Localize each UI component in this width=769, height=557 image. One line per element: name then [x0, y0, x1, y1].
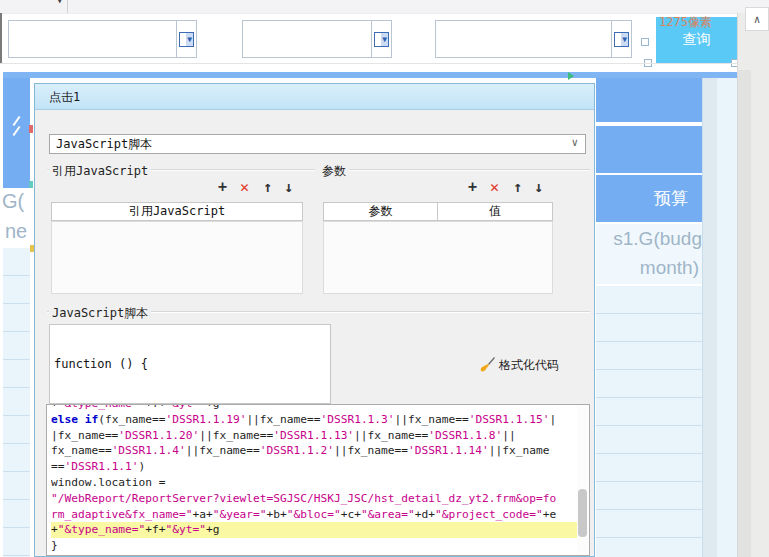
event-type-value: JavaScript脚本	[56, 136, 152, 153]
add-reference-button[interactable]: +	[218, 179, 227, 195]
top-strip	[0, 0, 769, 14]
dropdown-icon: ▼	[179, 32, 194, 47]
left-table-rows	[3, 248, 30, 557]
window-left-edge	[0, 13, 2, 63]
parameter-input-2[interactable]	[242, 20, 373, 58]
spinner-icon[interactable]: ▾	[57, 0, 62, 6]
parameter-group-label: 参数	[319, 163, 349, 180]
rotated-text-mark	[13, 116, 21, 126]
cell-marker-icon	[568, 72, 574, 80]
teal-marker	[29, 181, 33, 188]
dropdown-icon: ▼	[614, 32, 629, 47]
toolbar-divider	[0, 63, 737, 64]
dialog-titlebar[interactable]	[35, 84, 594, 110]
parameter-column-header[interactable]: 参数	[323, 202, 438, 221]
left-header-cell	[3, 78, 30, 188]
code-line: fx_name=='DSSR1.1.4'||fx_name=='DSSR1.1.…	[51, 443, 578, 459]
header-cell	[596, 126, 702, 173]
background-band	[717, 78, 737, 557]
budget-header-cell: 预算	[596, 175, 702, 222]
code-line: "/WebReport/ReportServer?viewlet=SGJSC/H…	[51, 491, 578, 507]
code-content: +"&type_name="+f+"&yt="+gelse if(fx_name…	[47, 404, 578, 554]
delete-reference-button[interactable]: ✕	[240, 179, 249, 195]
formula-fragment: s1.G(budg	[596, 224, 702, 253]
code-line: =='DSSR1.1.1')	[51, 459, 578, 475]
move-up-parameter-button[interactable]: ↑	[513, 179, 522, 195]
move-up-reference-button[interactable]: ↑	[263, 179, 272, 195]
rotated-text-mark	[13, 126, 21, 136]
formula-cell: s1.G(budg month)	[596, 224, 702, 284]
formula-fragment: G(	[2, 190, 24, 213]
dropdown-button-2[interactable]: ▼	[371, 20, 392, 58]
function-signature: function () {	[54, 357, 148, 371]
function-signature-box: function () {	[49, 324, 331, 404]
header-cell	[596, 78, 702, 122]
pixel-width-hint: 1275像素	[659, 14, 712, 31]
dialog-title: 点击1	[49, 89, 80, 106]
format-code-icon[interactable]	[478, 355, 496, 377]
parameter-input-1[interactable]	[8, 20, 178, 58]
add-parameter-button[interactable]: +	[468, 179, 477, 195]
scrollbar-band	[738, 70, 751, 557]
right-table-rows	[596, 286, 702, 557]
selection-handle[interactable]	[641, 38, 649, 46]
code-line: +"&type_name="+f+"&yt="+g	[51, 522, 578, 538]
reference-table-header[interactable]: 引用JavaScript	[51, 202, 303, 221]
group-border	[319, 169, 590, 171]
move-down-parameter-button[interactable]: ↓	[534, 179, 543, 195]
code-scrollbar-track[interactable]	[577, 405, 588, 555]
red-marker	[29, 125, 33, 133]
code-line: else if(fx_name=='DSSR1.1.19'||fx_name==…	[51, 412, 578, 428]
parameter-table-body[interactable]	[323, 221, 553, 294]
delete-parameter-button[interactable]: ✕	[490, 179, 499, 195]
move-down-reference-button[interactable]: ↓	[284, 179, 293, 195]
reference-table-body[interactable]	[51, 221, 303, 294]
dropdown-button-1[interactable]: ▼	[176, 20, 197, 58]
format-code-button[interactable]: 格式化代码	[499, 357, 559, 374]
chevron-down-icon: ∨	[571, 136, 578, 149]
code-line: window.location =	[51, 475, 578, 491]
code-line: }	[51, 538, 578, 554]
javascript-code-editor[interactable]: +"&type_name="+f+"&yt="+gelse if(fx_name…	[46, 404, 590, 556]
code-scrollbar-thumb[interactable]	[578, 489, 587, 537]
value-column-header[interactable]: 值	[437, 202, 553, 221]
dropdown-icon: ▼	[374, 32, 389, 47]
event-dialog: 点击1 JavaScript脚本 ∨ 引用JavaScript + ✕ ↑ ↓ …	[34, 83, 595, 557]
app-window: ▾ ▼ ▼ ▼ 查询 1275像素 G( ne 预算 s1.G(budg mon…	[0, 0, 769, 557]
code-line: |fx_name=='DSSR1.1.20'||fx_name=='DSSR1.…	[51, 428, 578, 444]
code-line: +"&type_name="+f+"&yt="+g	[51, 404, 578, 412]
event-type-select[interactable]: JavaScript脚本 ∨	[49, 134, 586, 154]
top-divider	[67, 0, 68, 13]
parameter-input-3[interactable]	[435, 20, 613, 58]
code-line: rm_adaptive&fx_name="+a+"&year="+b+"&blo…	[51, 507, 578, 523]
scroll-up-button[interactable]: ∧	[745, 7, 769, 31]
script-group-label: JavaScript脚本	[49, 305, 151, 322]
reference-group-label: 引用JavaScript	[49, 163, 151, 180]
formula-fragment: month)	[596, 253, 702, 282]
background-band	[703, 78, 717, 557]
dropdown-button-3[interactable]: ▼	[611, 20, 632, 58]
formula-fragment: ne	[5, 220, 27, 243]
